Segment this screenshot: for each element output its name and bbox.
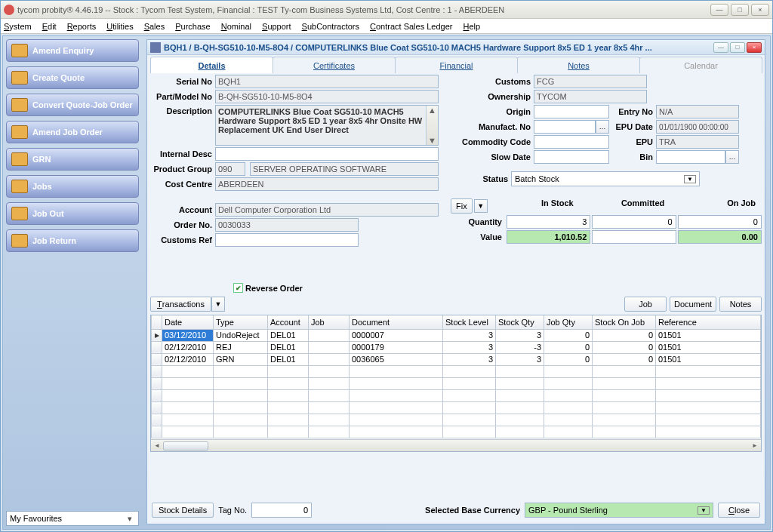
table-row[interactable] — [152, 426, 761, 438]
table-row[interactable] — [152, 414, 761, 426]
app-title-bar: tycom probity® 4.46.19 -- Stock : Tycom … — [1, 1, 772, 19]
shortcut-grn[interactable]: GRN — [6, 148, 139, 171]
col-stock-level[interactable]: Stock Level — [443, 315, 496, 329]
stock-details-button[interactable]: Stock Details — [152, 503, 214, 518]
maximize-button[interactable]: □ — [731, 4, 749, 16]
transactions-button[interactable]: Transactions — [150, 297, 211, 312]
col-stock-qty[interactable]: Stock Qty — [496, 315, 544, 329]
transactions-grid[interactable]: Date Type Account Job Document Stock Lev… — [150, 315, 762, 452]
chevron-down-icon: ▾ — [125, 514, 135, 524]
lbl-pgroup: Product Group — [150, 165, 215, 174]
tab-certificates[interactable]: Certificates — [273, 57, 396, 73]
table-row[interactable]: ▶03/12/2010UndoRejectDEL0100000073300015… — [152, 329, 761, 341]
transactions-dropdown-button[interactable]: ▼ — [211, 297, 225, 312]
col-document[interactable]: Document — [350, 315, 443, 329]
customs-ref-field[interactable] — [215, 233, 359, 247]
shortcut-job-out[interactable]: Job Out — [6, 202, 139, 225]
lbl-manuf: Manufact. No — [451, 122, 534, 131]
col-reference[interactable]: Reference — [656, 315, 761, 329]
menu-subcontractors[interactable]: SubContractors — [302, 22, 359, 31]
tab-details[interactable]: Details — [150, 57, 273, 73]
col-job[interactable]: Job — [309, 315, 350, 329]
app-icon — [4, 5, 14, 15]
close-button[interactable]: × — [751, 4, 769, 16]
fix-dropdown-button[interactable]: ▼ — [474, 199, 488, 213]
menu-edit[interactable]: Edit — [42, 22, 57, 31]
table-row[interactable] — [152, 389, 761, 401]
qty-instock: 3 — [507, 215, 590, 229]
menu-purchase[interactable]: Purchase — [175, 22, 210, 31]
col-job-qty[interactable]: Job Qty — [544, 315, 593, 329]
menu-sales[interactable]: Sales — [144, 22, 165, 31]
menu-csl[interactable]: Contract Sales Ledger — [370, 22, 452, 31]
serial-field[interactable]: BQH1 — [215, 75, 439, 88]
table-row[interactable]: 02/12/2010GRNDEL010036065330001501 — [152, 353, 761, 365]
cost-centre-field[interactable]: ABERDEEN — [215, 177, 439, 191]
manufact-no-field[interactable] — [534, 120, 596, 134]
epu-date-field[interactable]: 01/01/1900 00:00:00 — [656, 120, 739, 134]
lbl-currency: Selected Base Currency — [425, 506, 520, 515]
tab-financial[interactable]: Financial — [395, 57, 518, 73]
customs-field[interactable]: FCG — [534, 75, 647, 88]
order-no-field[interactable]: 0030033 — [215, 218, 359, 232]
shortcut-job-return[interactable]: Job Return — [6, 229, 139, 252]
ownership-field[interactable]: TYCOM — [534, 90, 647, 103]
inner-maximize-button[interactable]: □ — [730, 42, 745, 53]
minimize-button[interactable]: — — [710, 4, 728, 16]
reverse-order-checkbox[interactable]: ✔Reverse Order — [233, 283, 303, 293]
menu-support[interactable]: Support — [262, 22, 291, 31]
qty-committed: 0 — [592, 215, 676, 229]
lbl-commodity: Commodity Code — [451, 137, 534, 146]
job-button[interactable]: Job — [624, 297, 667, 312]
lbl-status: Status — [451, 174, 511, 183]
tag-no-field[interactable]: 0 — [251, 503, 312, 518]
internal-desc-field[interactable] — [215, 147, 439, 161]
shortcut-panel: Amend EnquiryCreate QuoteConvert Quote-J… — [6, 39, 139, 257]
col-account[interactable]: Account — [268, 315, 309, 329]
notes-button[interactable]: Notes — [719, 297, 762, 312]
table-row[interactable] — [152, 401, 761, 414]
fix-button[interactable]: Fix — [451, 198, 473, 214]
col-type[interactable]: Type — [214, 315, 268, 329]
shortcut-jobs[interactable]: Jobs — [6, 175, 139, 198]
col-stock-on-job[interactable]: Stock On Job — [593, 315, 656, 329]
favourites-dropdown[interactable]: My Favourites ▾ — [6, 511, 139, 526]
tab-notes[interactable]: Notes — [517, 57, 640, 73]
menu-reports[interactable]: Reports — [67, 22, 97, 31]
inner-minimize-button[interactable]: — — [713, 42, 728, 53]
currency-dropdown[interactable]: GBP - Pound Sterling▼ — [525, 503, 713, 518]
part-field[interactable]: B-QH-SG510-10-M5-8O4 — [215, 90, 439, 103]
description-field[interactable]: COMPUTERLINKS Blue Coat SG510-10 MACH5 H… — [215, 105, 439, 146]
account-field[interactable]: Dell Computer Corporation Ltd — [215, 203, 439, 217]
menu-help[interactable]: Help — [463, 22, 480, 31]
close-panel-button[interactable]: Close — [718, 503, 760, 518]
desc-scrollbar[interactable]: ▲▼ — [426, 106, 438, 145]
document-button[interactable]: Document — [670, 297, 716, 312]
inner-close-button[interactable]: × — [747, 42, 762, 53]
col-date[interactable]: Date — [162, 315, 214, 329]
bin-lookup-button[interactable]: … — [725, 150, 739, 164]
status-dropdown[interactable]: Batch Stock▼ — [511, 171, 700, 186]
epu-field[interactable]: TRA — [656, 135, 739, 149]
menu-nominal[interactable]: Nominal — [221, 22, 251, 31]
menu-system[interactable]: System — [4, 22, 32, 31]
shortcut-amend-job-order[interactable]: Amend Job Order — [6, 121, 139, 143]
manuf-lookup-button[interactable]: … — [596, 120, 609, 134]
truck-icon — [11, 234, 28, 248]
table-row[interactable] — [152, 365, 761, 377]
commodity-field[interactable] — [534, 135, 609, 149]
origin-field[interactable] — [534, 105, 609, 118]
grid-horizontal-scrollbar[interactable]: ◄► — [151, 439, 761, 451]
slow-date-field[interactable] — [534, 150, 609, 164]
shortcut-amend-enquiry[interactable]: Amend Enquiry — [6, 39, 139, 62]
favourites-label: My Favourites — [10, 514, 62, 523]
lbl-serial: Serial No — [150, 77, 215, 86]
menu-utilities[interactable]: Utilities — [106, 22, 133, 31]
table-row[interactable]: 02/12/2010REJDEL0100001793-30001501 — [152, 341, 761, 353]
pgroup-code-field[interactable]: 090 — [215, 162, 245, 176]
bin-field[interactable] — [656, 150, 725, 164]
shortcut-convert-quote-job-order[interactable]: Convert Quote-Job Order — [6, 94, 139, 116]
shortcut-create-quote[interactable]: Create Quote — [6, 66, 139, 89]
table-row[interactable] — [152, 377, 761, 389]
app-title: tycom probity® 4.46.19 -- Stock : Tycom … — [17, 5, 710, 14]
